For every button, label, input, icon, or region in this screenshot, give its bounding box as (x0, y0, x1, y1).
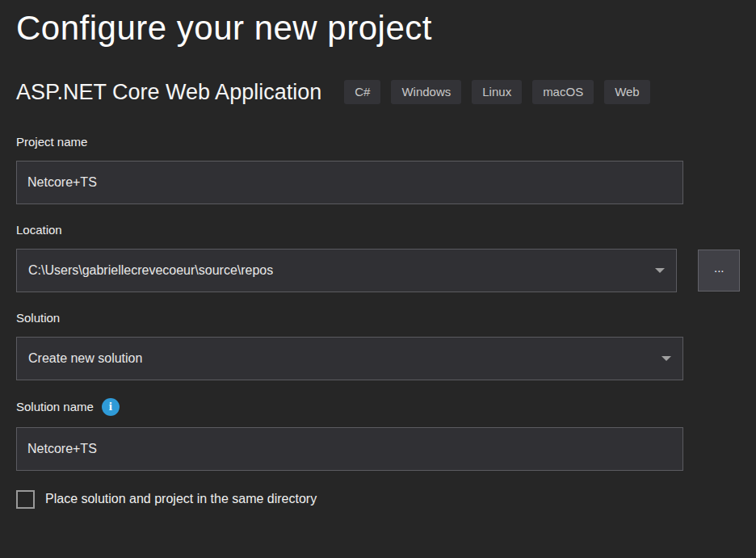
tag-macos: macOS (532, 80, 594, 104)
project-name-label: Project name (16, 135, 740, 149)
location-value: C:\Users\gabriellecrevecoeur\source\repo… (28, 263, 273, 278)
solution-value: Create new solution (28, 351, 142, 366)
tag-web: Web (604, 80, 650, 104)
project-name-input[interactable] (16, 161, 683, 204)
info-icon[interactable]: i (102, 398, 120, 416)
tag-csharp: C# (344, 80, 380, 104)
location-combobox[interactable]: C:\Users\gabriellecrevecoeur\source\repo… (16, 249, 677, 292)
solution-name-input[interactable] (16, 427, 683, 471)
same-directory-checkbox-label: Place solution and project in the same d… (45, 492, 317, 506)
chevron-down-icon (655, 268, 665, 273)
location-label: Location (16, 223, 740, 237)
template-header: ASP.NET Core Web Application C# Windows … (16, 80, 740, 105)
chevron-down-icon (662, 356, 671, 361)
tag-windows: Windows (391, 80, 461, 104)
location-row: C:\Users\gabriellecrevecoeur\source\repo… (16, 249, 740, 292)
page-title: Configure your new project (16, 6, 740, 51)
browse-button[interactable]: ... (698, 250, 740, 292)
solution-name-label-row: Solution name i (16, 398, 740, 416)
solution-label: Solution (16, 311, 740, 325)
template-name: ASP.NET Core Web Application (16, 80, 321, 105)
tag-linux: Linux (472, 80, 522, 104)
template-tags: C# Windows Linux macOS Web (344, 80, 650, 104)
same-directory-checkbox[interactable] (16, 490, 35, 509)
solution-name-label: Solution name (16, 400, 94, 413)
solution-combobox[interactable]: Create new solution (16, 337, 683, 380)
same-directory-option[interactable]: Place solution and project in the same d… (16, 490, 740, 509)
configure-project-dialog: Configure your new project ASP.NET Core … (0, 6, 756, 509)
